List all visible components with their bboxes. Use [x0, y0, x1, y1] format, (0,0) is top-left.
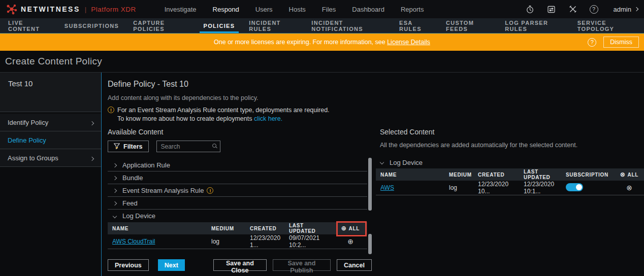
save-and-publish-button[interactable]: Save and Publish: [273, 259, 331, 271]
nav-item-reports[interactable]: Reports: [401, 6, 424, 13]
save-and-close-button[interactable]: Save and Close: [213, 259, 267, 271]
list-scrollbar-thumb[interactable]: [368, 158, 372, 211]
license-details-link[interactable]: License Details: [387, 39, 430, 46]
define-policy-heading: Define Policy - Test 10: [108, 80, 644, 89]
click-here-link[interactable]: click here.: [254, 115, 282, 122]
tab-custom-feeds[interactable]: CUSTOM FEEDS: [439, 18, 498, 33]
add-row-icon[interactable]: ⊕: [347, 237, 353, 246]
tab-subscriptions[interactable]: SUBSCRIPTIONS: [57, 18, 126, 33]
col-created[interactable]: CREATED: [245, 222, 284, 234]
nav-item-users[interactable]: Users: [255, 6, 273, 13]
tab-esa-rules[interactable]: ESA RULES: [392, 18, 439, 33]
group-bundle[interactable]: Bundle: [108, 171, 367, 184]
col-medium[interactable]: MEDIUM: [444, 168, 473, 181]
esa-deployment-notice: ! For an Event Stream Analysis Rule cont…: [108, 106, 644, 123]
step-define-policy[interactable]: Define Policy: [0, 131, 101, 149]
wizard-footer: Previous Next Save and Close Save and Pu…: [108, 259, 372, 271]
selected-log-device-table: NAME MEDIUM CREATED LAST UPDATED SUBSCRI…: [376, 168, 644, 195]
selected-content-panel: Selected Content All the dependencies ar…: [376, 128, 644, 271]
warning-icon: !: [207, 187, 213, 194]
chevron-right-icon: [113, 163, 117, 167]
col-add-all[interactable]: ⊕ ALL: [334, 222, 367, 234]
top-nav-bar: NETWITNESS | Platform XDR Investigate Re…: [0, 0, 644, 18]
tab-policies[interactable]: POLICIES: [197, 18, 242, 33]
step-assign-to-groups[interactable]: Assign to Groups: [0, 149, 101, 167]
tools-icon[interactable]: [568, 5, 577, 14]
dismiss-button[interactable]: Dismiss: [603, 37, 639, 48]
search-icon: [212, 144, 216, 148]
next-button[interactable]: Next: [158, 259, 185, 271]
chevron-down-icon: [380, 160, 384, 164]
warning-icon: !: [108, 107, 114, 113]
col-last-updated[interactable]: LAST UPDATED: [519, 168, 561, 181]
main-content: Define Policy - Test 10 Add content alon…: [102, 73, 644, 276]
report-icon[interactable]: [547, 5, 556, 14]
tab-incident-rules[interactable]: INCIDENT RULES: [242, 18, 304, 33]
filters-button[interactable]: Filters: [108, 141, 149, 152]
col-last-updated[interactable]: LAST UPDATED: [284, 222, 334, 234]
step-identify-policy[interactable]: Identify Policy: [0, 114, 101, 131]
notice-line1: For an Event Stream Analysis Rule conten…: [117, 107, 330, 114]
remove-all-icon[interactable]: ⊗: [620, 171, 626, 178]
filter-icon: [114, 143, 120, 150]
notice-line2: To know more about how to create deploym…: [117, 115, 254, 122]
group-esa-rule[interactable]: Event Stream Analysis Rule !: [108, 184, 367, 197]
search-input[interactable]: [157, 141, 220, 152]
tab-log-parser-rules[interactable]: LOG PARSER RULES: [498, 18, 570, 33]
top-nav-right: ? admin: [526, 5, 638, 14]
col-medium[interactable]: MEDIUM: [207, 222, 245, 234]
available-log-device-table: NAME MEDIUM CREATED LAST UPDATED ⊕ ALL: [108, 222, 367, 249]
brand-name: NETWITNESS: [21, 5, 80, 13]
remove-row-icon[interactable]: ⊗: [626, 184, 632, 192]
netwitness-logo-icon: [6, 4, 17, 15]
nav-item-files[interactable]: Files: [322, 6, 336, 13]
tab-live-content[interactable]: LIVE CONTENT: [1, 18, 57, 33]
user-label: admin: [614, 6, 631, 13]
col-subscription[interactable]: SUBSCRIPTION: [561, 168, 615, 181]
nav-item-hosts[interactable]: Hosts: [289, 6, 306, 13]
col-created[interactable]: CREATED: [473, 168, 519, 181]
secondary-tab-bar: LIVE CONTENT SUBSCRIPTIONS CAPTURE POLIC…: [0, 18, 644, 33]
nav-item-investigate[interactable]: Investigate: [165, 6, 197, 13]
chevron-right-icon: [90, 157, 94, 161]
cell-last-updated: 12/23/2020 10:1...: [519, 181, 561, 195]
brand-product: Platform XDR: [91, 6, 136, 13]
tab-service-topology[interactable]: SERVICE TOPOLOGY: [570, 18, 643, 33]
content-link-aws[interactable]: AWS: [380, 184, 394, 191]
col-name[interactable]: NAME: [376, 168, 444, 181]
help-icon[interactable]: ?: [590, 5, 598, 14]
available-content-panel: Available Content Filters: [108, 128, 372, 271]
col-name[interactable]: NAME: [108, 222, 207, 234]
selected-group-log-device[interactable]: Log Device: [376, 156, 644, 168]
add-all-icon[interactable]: ⊕: [341, 225, 347, 232]
cell-created: 12/23/2020 1...: [245, 234, 284, 249]
nav-item-dashboard[interactable]: Dashboard: [352, 6, 384, 13]
timer-icon[interactable]: [526, 5, 535, 14]
tab-incident-notifications[interactable]: INCIDENT NOTIFICATIONS: [304, 18, 392, 33]
cancel-button[interactable]: Cancel: [337, 259, 372, 271]
nav-item-respond[interactable]: Respond: [213, 6, 239, 13]
top-nav-items: Investigate Respond Users Hosts Files Da…: [165, 6, 424, 13]
group-log-device[interactable]: Log Device: [108, 210, 367, 222]
cell-last-updated: 09/07/2021 10:2...: [284, 234, 334, 249]
page-title: Create Content Policy: [5, 56, 102, 67]
available-content-title: Available Content: [108, 128, 372, 136]
group-feed[interactable]: Feed: [108, 197, 367, 210]
previous-button[interactable]: Previous: [108, 259, 149, 271]
chevron-right-icon: [113, 176, 117, 180]
chevron-down-icon: [113, 214, 117, 218]
subscription-toggle[interactable]: [566, 183, 583, 191]
brand-separator: |: [85, 6, 86, 13]
chevron-right-icon: [113, 201, 117, 205]
content-link-aws-cloudtrail[interactable]: AWS CloudTrail: [112, 238, 155, 245]
user-menu[interactable]: admin: [614, 6, 638, 13]
chevron-right-icon: [90, 121, 94, 125]
policy-name: Test 10: [8, 79, 33, 88]
group-application-rule[interactable]: Application Rule: [108, 159, 367, 171]
banner-help-icon[interactable]: ?: [588, 38, 596, 47]
col-remove-all[interactable]: ⊗ ALL: [615, 168, 644, 181]
table-scrollbar-thumb[interactable]: [368, 234, 372, 254]
license-banner: One or more licenses are expiring. For m…: [0, 33, 644, 51]
table-header-row: NAME MEDIUM CREATED LAST UPDATED SUBSCRI…: [376, 168, 644, 181]
tab-capture-policies[interactable]: CAPTURE POLICIES: [126, 18, 196, 33]
